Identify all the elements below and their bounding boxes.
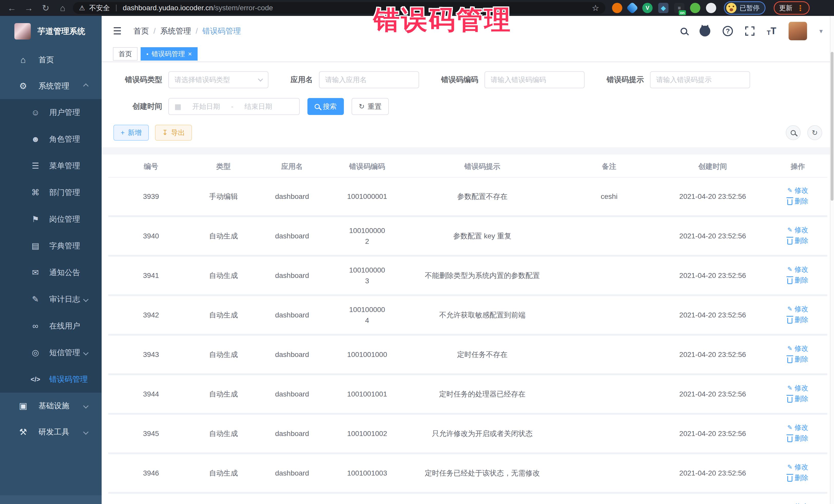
sidebar-item-roles[interactable]: ☻ 角色管理 [0, 126, 102, 152]
sidebar-item-posts[interactable]: ⚑ 岗位管理 [0, 206, 102, 233]
refresh-icon: ↻ [359, 103, 365, 111]
bookmark-star-icon[interactable]: ☆ [592, 3, 599, 13]
user-icon: ☺ [30, 108, 41, 117]
sidebar-item-dicts[interactable]: ▤ 字典管理 [0, 233, 102, 259]
breadcrumb-system[interactable]: 系统管理 [160, 26, 191, 37]
extension-icon[interactable] [612, 3, 622, 13]
edit-link[interactable]: ✎修改 [787, 462, 808, 473]
sidebar-item-system[interactable]: ⚙ 系统管理 [0, 73, 102, 99]
error-type-select[interactable]: 请选择错误码类型 [168, 71, 268, 88]
browser-profile-chip[interactable]: 已暂停 [724, 1, 766, 15]
hamburger-icon[interactable]: ☰ [113, 25, 122, 37]
edit-link[interactable]: ✎修改 [787, 224, 808, 235]
sidebar-item-menus[interactable]: ☰ 菜单管理 [0, 152, 102, 179]
breadcrumb-home[interactable]: 首页 [133, 26, 149, 37]
browser-home-icon[interactable]: ⌂ [56, 2, 69, 14]
edit-link[interactable]: ✎修改 [787, 501, 808, 504]
delete-link[interactable]: 删除 [787, 196, 808, 206]
sidebar-item-audit-log[interactable]: ✎ 审计日志 [0, 286, 102, 312]
sidebar: 芋道管理系统 ⌂ 首页 ⚙ 系统管理 ☺ 用户管理 ☻ 角色管理 ☰ 菜单管理 [0, 16, 102, 504]
online-users-icon: ∞ [30, 321, 41, 331]
delete-link[interactable]: 删除 [787, 235, 808, 246]
edit-link[interactable]: ✎修改 [787, 264, 808, 275]
browser-back-icon[interactable]: ← [5, 2, 19, 14]
cell-actions: ✎修改删除 [768, 216, 827, 256]
plus-icon: + [120, 129, 125, 137]
table-row: 3945 自动生成 dashboard 1001001002 只允许修改为开启或… [108, 414, 827, 454]
delete-link[interactable]: 删除 [787, 354, 808, 365]
sidebar-item-notices[interactable]: ✉ 通知公告 [0, 259, 102, 286]
search-icon[interactable] [681, 28, 687, 35]
extension-icon[interactable]: ◆ [658, 3, 668, 13]
sidebar-item-home[interactable]: ⌂ 首页 [0, 47, 102, 73]
edit-link[interactable]: ✎修改 [787, 304, 808, 314]
sidebar-item-online-users[interactable]: ∞ 在线用户 [0, 312, 102, 339]
delete-link[interactable]: 删除 [787, 393, 808, 404]
sidebar-collapse-bar[interactable] [0, 495, 102, 504]
extension-icon[interactable]: V [642, 3, 653, 13]
edit-link[interactable]: ✎修改 [787, 343, 808, 354]
address-bar[interactable]: ⚠ 不安全 dashboard.yudao.iocoder.cn/system/… [73, 2, 605, 14]
add-button[interactable]: + 新增 [113, 125, 149, 140]
page-scrollbar[interactable] [830, 16, 834, 504]
annotation-overlay-text: 错误码管理 [373, 3, 512, 38]
error-code-input[interactable]: 请输入错误码编码 [484, 71, 585, 88]
github-icon[interactable] [700, 26, 710, 37]
search-button[interactable]: 搜索 [307, 98, 344, 115]
browser-forward-icon[interactable]: → [22, 2, 36, 14]
trash-icon [787, 476, 792, 482]
sidebar-item-label: 错误码管理 [49, 374, 88, 385]
browser-update-button[interactable]: 更新 ⋮ [774, 1, 810, 15]
extension-glyph: V [642, 3, 653, 13]
delete-link[interactable]: 删除 [787, 433, 808, 444]
extensions-puzzle-icon[interactable] [706, 3, 716, 13]
export-button[interactable]: ↧ 导出 [155, 125, 192, 140]
sidebar-item-label: 审计日志 [49, 294, 80, 305]
sidebar-item-departments[interactable]: ⌘ 部门管理 [0, 179, 102, 206]
user-avatar[interactable] [789, 22, 807, 40]
delete-link[interactable]: 删除 [787, 473, 808, 483]
font-size-icon[interactable]: TT [767, 26, 776, 37]
extension-icon[interactable]: ≡on [674, 3, 684, 13]
help-icon[interactable]: ? [723, 26, 733, 36]
cell-created: 2021-04-20 23:52:56 [657, 335, 768, 374]
cell-code: 1001001002 [331, 414, 403, 454]
sidebar-item-sms[interactable]: ◎ 短信管理 [0, 339, 102, 366]
toggle-search-button[interactable] [786, 125, 800, 140]
extension-icon[interactable] [690, 3, 700, 13]
edit-link[interactable]: ✎修改 [787, 422, 808, 433]
sidebar-item-users[interactable]: ☺ 用户管理 [0, 99, 102, 126]
url-path: /system/error-code [213, 4, 273, 12]
avatar-caret-icon[interactable]: ▾ [819, 27, 823, 35]
tab-error-code[interactable]: ● 错误码管理 × [140, 47, 198, 61]
reset-button[interactable]: ↻ 重置 [352, 98, 389, 115]
cell-actions: ✎修改删除 [768, 295, 827, 335]
extension-icon[interactable] [626, 2, 638, 14]
search-button-label: 搜索 [323, 102, 337, 111]
sidebar-item-dev-tools[interactable]: ⚒ 研发工具 [0, 419, 102, 445]
trash-icon [787, 357, 792, 363]
error-msg-input[interactable]: 请输入错误码提示 [650, 71, 750, 88]
tab-home[interactable]: 首页 [113, 47, 137, 61]
delete-link[interactable]: 删除 [787, 314, 808, 325]
refresh-table-button[interactable]: ↻ [807, 125, 822, 140]
sidebar-item-error-code[interactable]: </> 错误码管理 [0, 366, 102, 393]
date-range-picker[interactable]: ▦ 开始日期 - 结束日期 [168, 98, 300, 115]
sidebar-item-label: 字典管理 [49, 241, 80, 251]
search-icon [791, 130, 796, 135]
scrollbar-thumb[interactable] [831, 52, 833, 201]
browser-menu-icon[interactable]: ⋮ [796, 4, 804, 13]
app-title: 芋道管理系统 [38, 26, 85, 37]
edit-link[interactable]: ✎修改 [787, 185, 808, 196]
sidebar-item-infrastructure[interactable]: ▣ 基础设施 [0, 393, 102, 419]
edit-link[interactable]: ✎修改 [787, 382, 808, 393]
table-row: 3942 自动生成 dashboard 1001000004 不允许获取敏感配置… [108, 295, 827, 335]
cell-created: 2021-04-20 23:52:56 [657, 216, 768, 256]
fullscreen-icon[interactable] [745, 26, 754, 36]
browser-reload-icon[interactable]: ↻ [39, 2, 52, 14]
fs-corner [751, 26, 754, 29]
close-icon[interactable]: × [188, 50, 192, 58]
cell-app: dashboard [253, 493, 331, 504]
delete-link[interactable]: 删除 [787, 275, 808, 286]
app-name-input[interactable]: 请输入应用名 [319, 71, 419, 88]
